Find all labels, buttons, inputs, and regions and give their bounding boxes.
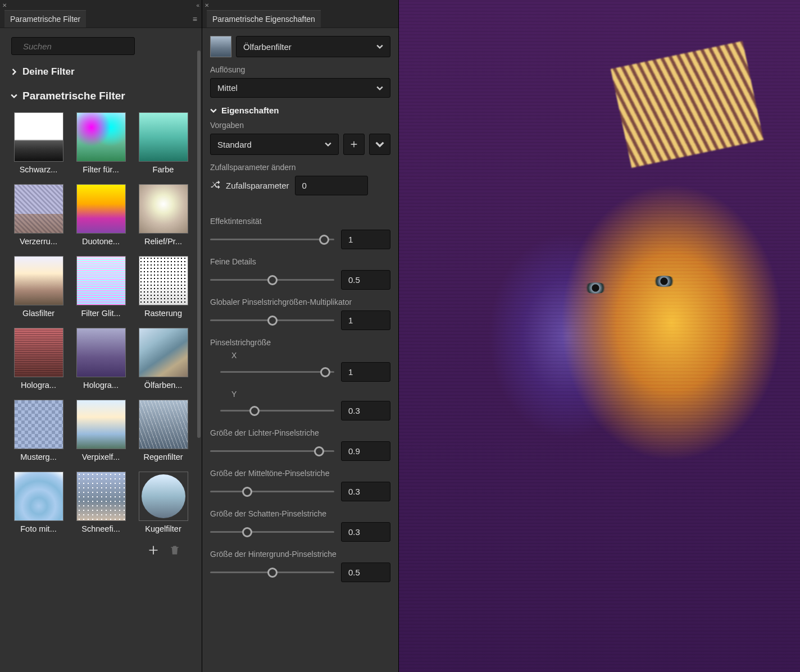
footer-actions <box>9 540 193 563</box>
brush-size-header: Pinselstrichgröße <box>210 338 390 347</box>
scrollbar[interactable] <box>197 51 201 438</box>
add-preset-button[interactable] <box>343 134 365 155</box>
filter-thumb-label: Kugelfilter <box>145 524 181 533</box>
filter-thumb-image <box>139 256 188 305</box>
filter-thumb-image <box>76 112 126 162</box>
resolution-label: Auflösung <box>210 65 390 74</box>
filter-thumb-image <box>76 184 126 234</box>
slider[interactable] <box>210 445 334 458</box>
tab-row-left: Parametrische Filter ≡ <box>0 10 202 28</box>
filter-thumb-label: Schwarz... <box>20 165 58 174</box>
properties-body: Ölfarbenfilter Auflösung Mittel Eigensch… <box>202 28 398 672</box>
filter-thumb[interactable]: Filter für... <box>74 112 128 174</box>
filter-thumb[interactable]: Kugelfilter <box>136 472 190 533</box>
slider-value-input[interactable] <box>341 362 390 382</box>
collapse-icon[interactable]: « <box>196 2 199 8</box>
filter-thumb-image <box>14 184 63 234</box>
filter-thumb-label: Hologra... <box>21 381 56 390</box>
slider-value-input[interactable] <box>341 401 390 420</box>
filter-thumb[interactable]: Glasfilter <box>11 256 66 318</box>
slider-label: Größe der Schatten-Pinselstriche <box>210 509 390 518</box>
filter-thumb-label: Regenfilter <box>143 452 183 461</box>
filter-thumb[interactable]: Hologra... <box>74 328 128 390</box>
filter-thumb-label: Foto mit... <box>20 524 56 533</box>
properties-panel: ✕ Parametrische Eigenschaften Ölfarbenfi… <box>202 0 399 672</box>
preset-more-button[interactable] <box>369 134 390 155</box>
slider[interactable] <box>210 525 334 539</box>
close-icon[interactable]: ✕ <box>204 2 209 8</box>
slider[interactable] <box>210 273 334 287</box>
random-label: Zufallsparameter <box>226 181 289 190</box>
your-filters-label: Deine Filter <box>22 66 75 77</box>
panel-menu-icon[interactable]: ≡ <box>193 15 197 24</box>
chevron-down-icon <box>210 107 217 114</box>
filter-grid: Schwarz...Filter für...FarbeVerzerru...D… <box>9 106 193 540</box>
filter-thumb-label: Relief/Pr... <box>144 237 182 246</box>
properties-section-header[interactable]: Eigenschaften <box>210 106 390 115</box>
filter-thumb[interactable]: Schneefi... <box>74 472 128 533</box>
filter-thumb[interactable]: Verpixelf... <box>74 400 128 461</box>
slider-value-input[interactable] <box>341 482 390 501</box>
filter-thumb-label: Filter Glit... <box>81 309 120 318</box>
parametric-filters-header[interactable]: Parametrische Filter <box>9 86 193 106</box>
canvas[interactable] <box>399 0 800 672</box>
tab-parametric-properties[interactable]: Parametrische Eigenschaften <box>207 10 321 28</box>
filter-thumb-label: Musterg... <box>20 452 56 461</box>
filter-thumb[interactable]: Schwarz... <box>11 112 66 174</box>
add-filter-button[interactable] <box>148 545 159 558</box>
search-input-wrap[interactable] <box>11 37 135 55</box>
filter-thumb-image <box>14 256 63 305</box>
sliders-container: EffektintensitätFeine DetailsGlobaler Pi… <box>210 217 390 582</box>
filter-thumb-image <box>76 256 126 305</box>
slider-value-input[interactable] <box>341 230 390 249</box>
filter-thumb-image <box>14 112 63 162</box>
filter-thumb[interactable]: Hologra... <box>11 328 66 390</box>
filter-thumb-label: Hologra... <box>83 381 119 390</box>
artwork-preview <box>399 0 800 672</box>
filter-thumb[interactable]: Filter Glit... <box>74 256 128 318</box>
filter-thumb[interactable]: Verzerru... <box>11 184 66 246</box>
filter-thumb[interactable]: Ölfarben... <box>136 328 190 390</box>
artwork-detail <box>652 276 676 287</box>
filter-select-dropdown[interactable]: Ölfarbenfilter <box>236 36 390 57</box>
artwork-detail <box>583 282 608 294</box>
resolution-dropdown[interactable]: Mittel <box>210 78 390 98</box>
slider[interactable] <box>210 485 334 499</box>
filter-thumb[interactable]: Rasterung <box>136 256 190 318</box>
filter-thumb[interactable]: Regenfilter <box>136 400 190 461</box>
search-input[interactable] <box>23 42 130 51</box>
slider[interactable] <box>210 233 334 246</box>
slider-value-input[interactable] <box>341 270 390 290</box>
tab-parametric-filters[interactable]: Parametrische Filter <box>4 10 86 28</box>
slider-value-input[interactable] <box>341 310 390 330</box>
slider[interactable] <box>220 365 334 379</box>
chevron-down-icon <box>325 141 331 148</box>
filter-thumb[interactable]: Relief/Pr... <box>136 184 190 246</box>
filter-thumb-label: Rasterung <box>144 309 182 318</box>
chevron-down-icon <box>10 92 18 100</box>
preset-value: Standard <box>217 140 252 149</box>
slider[interactable] <box>220 404 334 418</box>
filters-body: Deine Filter Parametrische Filter Schwar… <box>0 28 202 672</box>
slider-label: Feine Details <box>210 257 390 266</box>
slider[interactable] <box>210 566 334 579</box>
preset-dropdown[interactable]: Standard <box>210 134 339 155</box>
titlebar-left: ✕ « <box>0 0 202 10</box>
filter-thumb[interactable]: Foto mit... <box>11 472 66 533</box>
slider[interactable] <box>210 314 334 327</box>
your-filters-header[interactable]: Deine Filter <box>9 63 193 81</box>
filter-thumb[interactable]: Musterg... <box>11 400 66 461</box>
filter-thumb-label: Ölfarben... <box>144 381 183 390</box>
slider-value-input[interactable] <box>341 563 390 582</box>
delete-filter-button[interactable] <box>169 545 180 558</box>
slider-value-input[interactable] <box>341 522 390 542</box>
filter-thumb-image <box>14 400 63 449</box>
filter-thumb[interactable]: Farbe <box>136 112 190 174</box>
slider-label: Y <box>231 390 390 399</box>
random-value-input[interactable] <box>295 176 368 195</box>
close-icon[interactable]: ✕ <box>2 2 7 8</box>
shuffle-icon[interactable] <box>210 179 221 193</box>
filter-thumb-label: Schneefi... <box>81 524 120 533</box>
filter-thumb[interactable]: Duotone... <box>74 184 128 246</box>
slider-value-input[interactable] <box>341 441 390 461</box>
